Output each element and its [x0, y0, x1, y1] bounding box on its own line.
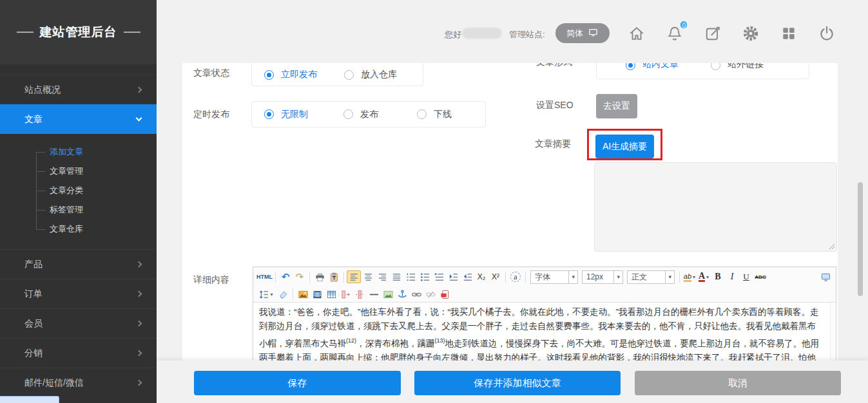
submenu-item-tag-management[interactable]: 标签管理: [0, 200, 157, 220]
print-icon[interactable]: [313, 270, 327, 283]
toolbar-separator: [309, 272, 310, 283]
undo-icon[interactable]: ↶: [278, 270, 293, 283]
option-offline[interactable]: 下线: [434, 109, 452, 120]
submenu-item-article-warehouse[interactable]: 文章仓库: [0, 220, 157, 239]
outdent-icon[interactable]: [460, 270, 474, 283]
font-size-select[interactable]: 12px▾: [582, 270, 623, 284]
remove-link-icon[interactable]: [423, 288, 438, 301]
chevron-right-icon: [136, 380, 142, 386]
align-justify-icon[interactable]: [389, 270, 403, 283]
superscript-icon[interactable]: X²: [488, 270, 503, 283]
font-family-select[interactable]: 字体▾: [530, 270, 578, 284]
fullscreen-monitor-icon[interactable]: [818, 270, 833, 283]
radio-publish-now[interactable]: [264, 70, 274, 80]
notification-badge: 0: [679, 20, 688, 30]
apps-grid-icon[interactable]: [780, 25, 797, 42]
sidebar-item-distribution[interactable]: 分销: [0, 338, 157, 368]
anchor-icon[interactable]: [395, 288, 409, 301]
save-and-add-similar-button[interactable]: 保存并添加相似文章: [414, 371, 621, 395]
save-button[interactable]: 保存: [194, 371, 401, 395]
option-put-in-warehouse[interactable]: 放入仓库: [361, 69, 397, 80]
radio-internal-article[interactable]: [626, 63, 635, 70]
seo-label: 设置SEO: [536, 100, 574, 111]
ordered-list-icon[interactable]: [403, 270, 418, 283]
option-internal-article[interactable]: 站内文章: [642, 63, 679, 70]
font-family-value: 字体: [535, 272, 550, 283]
footnote-ref: (12): [346, 337, 356, 344]
sidebar-item-members[interactable]: 会员: [0, 308, 157, 338]
image-map-icon[interactable]: [381, 288, 395, 301]
font-color-icon[interactable]: A▾: [697, 270, 711, 283]
underline-button[interactable]: U: [739, 270, 753, 283]
horizontal-rule-icon[interactable]: [367, 288, 381, 301]
indent-icon[interactable]: [446, 270, 460, 283]
monitor-icon: [588, 28, 599, 39]
split-section-icon[interactable]: [352, 288, 367, 301]
html-source-button[interactable]: HTML: [256, 270, 273, 283]
manage-site-label: 管理站点:: [509, 29, 545, 41]
paste-as-text-icon[interactable]: [327, 270, 341, 283]
chevron-right-icon: [136, 291, 142, 297]
unordered-list-icon[interactable]: [418, 270, 432, 283]
sidebar-item-mail-sms-wechat[interactable]: 邮件/短信/微信: [0, 368, 157, 397]
strikethrough-button[interactable]: ABC: [753, 270, 767, 283]
remove-format-eraser-icon[interactable]: [276, 288, 290, 301]
option-no-limit[interactable]: 无限制: [281, 109, 308, 120]
radio-put-in-warehouse[interactable]: [344, 70, 354, 80]
submenu-item-article-management[interactable]: 文章管理: [0, 162, 157, 181]
editor-content-area[interactable]: 我说道：“爸爸，你走吧。”他往车外看了看，说：“我买几个橘子去。你就在此地，不要…: [253, 303, 836, 361]
insert-table-icon[interactable]: [324, 288, 338, 301]
sidebar-item-label: 文章: [24, 114, 43, 126]
page-break-icon[interactable]: [338, 288, 352, 301]
sidebar-item-site-overview[interactable]: 站点概况: [0, 75, 157, 104]
subscript-icon[interactable]: X₂: [474, 270, 488, 283]
paragraph-format-select[interactable]: 正文▾: [627, 270, 675, 284]
radio-publish[interactable]: [343, 109, 353, 119]
special-char-icon[interactable]: a: [508, 270, 523, 283]
home-icon[interactable]: [628, 25, 645, 42]
submenu-item-add-article[interactable]: 添加文章: [0, 142, 157, 162]
import-document-icon[interactable]: [438, 288, 452, 301]
chevron-down-icon: ▾: [706, 274, 709, 280]
submenu-item-article-category[interactable]: 文章分类: [0, 181, 157, 200]
insert-video-icon[interactable]: [310, 288, 324, 301]
bold-button[interactable]: B: [711, 270, 725, 283]
option-publish[interactable]: 发布: [360, 109, 378, 120]
editor-scrollbar[interactable]: [830, 303, 836, 361]
sidebar-item-label: 产品: [24, 259, 43, 270]
compose-icon[interactable]: [704, 25, 721, 42]
articles-submenu: 添加文章 文章管理 文章分类 标签管理 文章仓库: [0, 134, 157, 249]
sidebar-item-products[interactable]: 产品: [0, 249, 157, 279]
align-right-icon[interactable]: [375, 270, 389, 283]
insert-image-icon[interactable]: [296, 288, 310, 301]
power-logout-icon[interactable]: [818, 25, 835, 42]
align-left-icon[interactable]: [347, 270, 361, 283]
footer-action-bar: 保存 保存并添加相似文章 取消: [157, 361, 868, 403]
scheduled-publish-label: 定时发布: [193, 109, 229, 120]
option-publish-now[interactable]: 立即发布: [281, 69, 317, 80]
sidebar-item-articles[interactable]: 文章: [0, 104, 157, 134]
seo-settings-button[interactable]: 去设置: [596, 94, 637, 118]
resize-handle-icon[interactable]: [829, 243, 835, 250]
radio-offline[interactable]: [417, 109, 427, 119]
first-line-indent-icon[interactable]: [432, 270, 446, 283]
settings-gear-icon[interactable]: [742, 25, 759, 42]
align-center-icon[interactable]: [361, 270, 375, 283]
language-switch-button[interactable]: 简体: [555, 23, 610, 43]
highlight-color-icon[interactable]: ab▾: [682, 270, 697, 283]
radio-external-link[interactable]: [711, 63, 720, 70]
notifications-bell-icon[interactable]: 0: [666, 25, 683, 42]
cancel-button[interactable]: 取消: [635, 371, 841, 395]
summary-textarea[interactable]: [594, 162, 837, 252]
editor-toolbar-row2: ▾: [253, 286, 836, 303]
chevron-down-icon: ▾: [568, 271, 577, 283]
ai-generate-summary-button[interactable]: AI生成摘要: [595, 135, 654, 158]
sidebar-item-orders[interactable]: 订单: [0, 279, 157, 308]
insert-link-icon[interactable]: [409, 288, 423, 301]
line-height-icon[interactable]: ▾: [256, 288, 276, 301]
radio-no-limit[interactable]: [264, 109, 274, 119]
redo-icon[interactable]: ↷: [293, 270, 307, 283]
option-external-link[interactable]: 站外链接: [728, 63, 764, 70]
page-scrollbar-thumb[interactable]: [858, 182, 863, 296]
italic-button[interactable]: I: [725, 270, 739, 283]
